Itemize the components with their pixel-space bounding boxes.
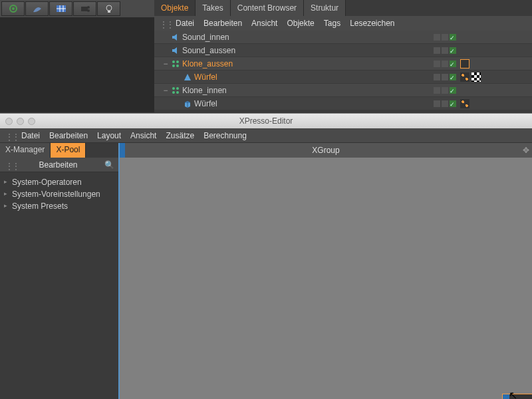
tool-atom-icon[interactable] [1,1,25,16]
tool-camera-icon[interactable] [73,1,96,16]
tab-x-pool[interactable]: X-Pool [51,143,86,158]
svg-point-17 [172,91,175,94]
menu-bearbeiten[interactable]: Bearbeiten [203,19,242,28]
canvas-title: XGroup [312,146,339,155]
expander-icon[interactable]: − [162,59,169,68]
node-input-port[interactable] [503,394,509,399]
svg-rect-6 [81,7,88,11]
svg-point-14 [176,65,179,67]
visibility-flags[interactable] [434,100,456,107]
main-tabs: Objekte Takes Content Browser Struktur [154,0,532,16]
visibility-flags[interactable] [434,47,456,54]
svg-point-13 [172,65,175,67]
hierarchy-row[interactable]: Würfel [154,97,532,110]
hierarchy-row[interactable]: Würfel [154,70,532,84]
object-menubar: Datei Bearbeiten Ansicht Objekte Tags Le… [154,16,532,31]
visibility-flags[interactable] [434,74,456,80]
object-label[interactable]: Klone_aussen [182,59,233,68]
window-titlebar[interactable]: XPresso-Editor [0,114,532,128]
expand-icon[interactable]: ✥ [523,146,529,155]
menu-ansicht[interactable]: Ansicht [251,19,277,28]
top-icon-toolbar [0,0,154,17]
menu-grip-icon[interactable] [5,132,12,139]
xpresso-node[interactable]: Klone_aussen [502,394,532,399]
object-type-icon [171,86,180,95]
tool-leaf-icon[interactable] [25,1,49,16]
hierarchy-row[interactable]: −Klone_innen [154,84,532,97]
object-label[interactable]: Würfel [194,72,217,82]
svg-rect-10 [108,11,110,13]
object-type-icon [171,46,180,55]
svg-point-16 [176,87,179,90]
canvas-input-port[interactable] [120,143,125,158]
xpool-bearbeiten[interactable]: Bearbeiten [39,160,77,170]
xp-menu-datei[interactable]: Datei [21,131,40,140]
xpool-tree[interactable]: System-Operatoren System-Voreinstellunge… [0,172,118,216]
window-title: XPresso-Editor [239,116,293,126]
object-label[interactable]: Sound_aussen [182,46,235,55]
menu-lesezeichen[interactable]: Lesezeichen [350,19,394,28]
menu-grip-icon[interactable] [160,20,166,27]
tool-grid-icon[interactable] [49,1,72,16]
visibility-flags[interactable] [434,87,456,94]
tool-bulb-icon[interactable] [97,1,120,16]
xp-menu-ansicht[interactable]: Ansicht [130,131,156,140]
xpresso-menubar: Datei Bearbeiten Layout Ansicht Zusätze … [0,128,532,143]
object-label[interactable]: Klone_innen [182,86,227,95]
tree-system-presets[interactable]: System Presets [3,200,116,212]
tab-content-browser[interactable]: Content Browser [231,0,304,16]
visibility-flags[interactable] [434,34,456,41]
svg-point-12 [176,61,179,63]
texture-tag-icon[interactable] [471,72,481,82]
xpresso-canvas[interactable]: XGroup ✥ Klone_aussen ↖ [120,143,532,399]
object-type-icon [183,99,192,108]
effector-tag-icon[interactable] [460,72,469,82]
xp-menu-zusaetze[interactable]: Zusätze [166,131,194,140]
visibility-flags[interactable] [434,61,456,67]
viewport-placeholder [0,17,154,112]
tree-system-voreinstellungen[interactable]: System-Voreinstellungen [3,188,116,200]
expander-icon[interactable]: − [162,86,169,95]
canvas-header[interactable]: XGroup ✥ [120,143,532,158]
svg-point-18 [176,91,179,94]
hierarchy-row[interactable]: Sound_innen [154,31,532,44]
xpresso-window: XPresso-Editor Datei Bearbeiten Layout A… [0,113,532,399]
svg-point-7 [87,6,90,9]
menu-tags[interactable]: Tags [324,19,340,28]
node-titlebar[interactable]: Klone_aussen [503,394,532,399]
tree-system-operatoren[interactable]: System-Operatoren [3,176,116,188]
svg-point-15 [172,87,175,90]
xpresso-tag-icon[interactable] [460,59,469,68]
object-label[interactable]: Sound_innen [182,33,229,42]
tab-objekte[interactable]: Objekte [154,0,196,16]
hierarchy-row[interactable]: −Klone_aussen [154,57,532,70]
object-type-icon [171,33,180,42]
object-label[interactable]: Würfel [194,99,217,108]
menu-grip-icon[interactable] [5,162,12,168]
effector-tag-icon[interactable] [460,99,469,108]
traffic-lights[interactable] [0,118,35,125]
xp-menu-layout[interactable]: Layout [97,131,121,140]
svg-point-9 [106,5,112,11]
object-type-icon [183,72,192,82]
svg-point-8 [87,9,90,12]
xp-menu-bearbeiten[interactable]: Bearbeiten [49,131,88,140]
hierarchy-row[interactable]: Sound_aussen [154,44,532,57]
tab-takes[interactable]: Takes [196,0,230,16]
search-icon[interactable]: 🔍 [104,160,114,170]
object-hierarchy[interactable]: Sound_innenSound_aussen−Klone_aussenWürf… [154,31,532,113]
object-type-icon [171,59,180,68]
menu-datei[interactable]: Datei [176,19,194,28]
tab-struktur[interactable]: Struktur [304,0,346,16]
xpool-panel: X-Manager X-Pool Bearbeiten 🔍 System-Ope… [0,143,120,399]
svg-point-1 [12,7,15,10]
menu-objekte[interactable]: Objekte [287,19,314,28]
tab-x-manager[interactable]: X-Manager [0,143,51,158]
svg-point-11 [172,61,175,63]
xp-menu-berechnung[interactable]: Berechnung [203,131,247,140]
